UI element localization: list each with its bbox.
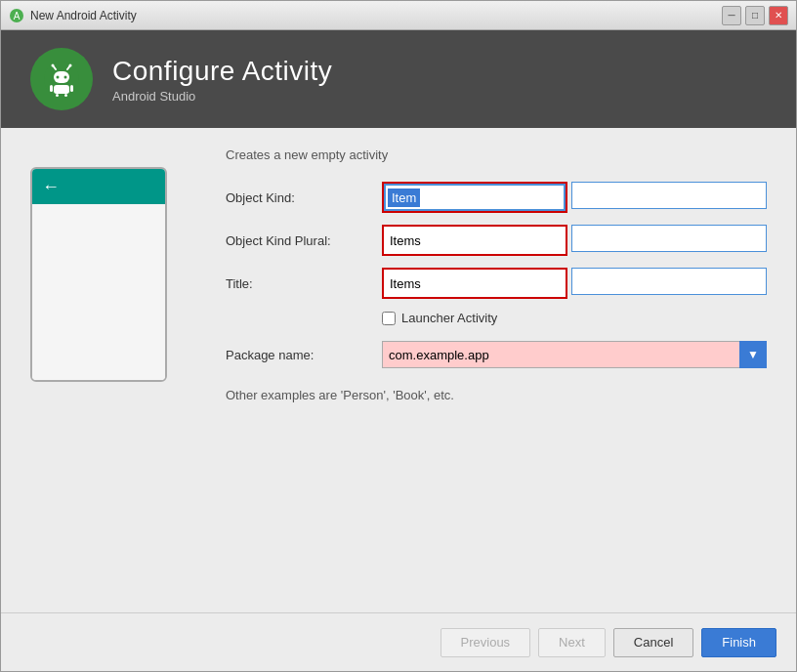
launcher-activity-checkbox[interactable] [382, 312, 396, 325]
package-name-input[interactable] [382, 341, 739, 368]
launcher-activity-label[interactable]: Launcher Activity [401, 311, 497, 325]
title-inputs [382, 268, 767, 299]
package-dropdown-button[interactable]: ▼ [739, 341, 767, 368]
dialog-header: Configure Activity Android Studio [1, 30, 796, 128]
content-area: ← Creates a new empty activity Object Ki… [1, 128, 796, 612]
title-bar: A New Android Activity ─ □ ✕ [1, 1, 796, 30]
svg-point-6 [69, 64, 72, 67]
dialog-subtitle: Android Studio [112, 89, 332, 104]
previous-button[interactable]: Previous [440, 628, 531, 657]
object-kind-plural-label: Object Kind Plural: [226, 233, 382, 248]
svg-rect-13 [56, 94, 59, 97]
svg-point-4 [52, 64, 55, 67]
object-kind-label: Object Kind: [226, 190, 382, 205]
svg-rect-10 [54, 85, 69, 94]
window-icon: A [9, 8, 24, 23]
finish-button[interactable]: Finish [701, 628, 776, 657]
object-kind-plural-input[interactable] [384, 227, 566, 254]
main-window: A New Android Activity ─ □ ✕ [0, 0, 797, 672]
close-button[interactable]: ✕ [769, 6, 788, 25]
svg-rect-7 [54, 71, 69, 83]
package-name-row: Package name: ▼ [226, 341, 767, 368]
dialog-title: Configure Activity [112, 56, 332, 87]
package-name-wrapper: ▼ [382, 341, 767, 368]
title-label: Title: [226, 276, 382, 291]
phone-back-icon: ← [42, 177, 60, 197]
svg-point-8 [57, 76, 60, 79]
svg-rect-14 [64, 94, 67, 97]
object-kind-plural-row: Object Kind Plural: [226, 225, 767, 256]
dialog-footer: Previous Next Cancel Finish [1, 612, 796, 671]
title-row: Title: [226, 268, 767, 299]
maximize-button[interactable]: □ [745, 6, 765, 25]
preview-panel: ← [1, 128, 196, 612]
object-kind-input[interactable] [384, 184, 566, 211]
header-text-group: Configure Activity Android Studio [112, 56, 332, 104]
form-panel: Creates a new empty activity Object Kind… [196, 128, 796, 612]
object-kind-plural-inputs [382, 225, 767, 256]
package-name-label: Package name: [226, 348, 382, 362]
form-description: Creates a new empty activity [226, 147, 767, 162]
next-button[interactable]: Next [538, 628, 606, 657]
svg-rect-11 [50, 85, 53, 92]
svg-text:A: A [14, 11, 21, 21]
cancel-button[interactable]: Cancel [613, 628, 693, 657]
android-studio-logo [30, 48, 93, 110]
title-second-input[interactable] [571, 268, 767, 295]
object-kind-row: Object Kind: Item [226, 182, 767, 213]
launcher-activity-row: Launcher Activity [226, 311, 767, 325]
dropdown-arrow-icon: ▼ [747, 348, 759, 361]
object-kind-inputs: Item [382, 182, 767, 213]
examples-text: Other examples are 'Person', 'Book', etc… [226, 388, 767, 402]
window-controls: ─ □ ✕ [722, 6, 788, 25]
minimize-button[interactable]: ─ [722, 6, 741, 25]
svg-point-9 [64, 76, 67, 79]
svg-rect-12 [70, 85, 73, 92]
phone-preview: ← [30, 167, 167, 382]
window-title: New Android Activity [30, 9, 722, 22]
object-kind-plural-second-input[interactable] [571, 225, 767, 252]
phone-status-bar: ← [32, 169, 165, 204]
title-input[interactable] [384, 270, 566, 297]
object-kind-second-input[interactable] [571, 182, 767, 209]
phone-content-area [32, 204, 165, 380]
